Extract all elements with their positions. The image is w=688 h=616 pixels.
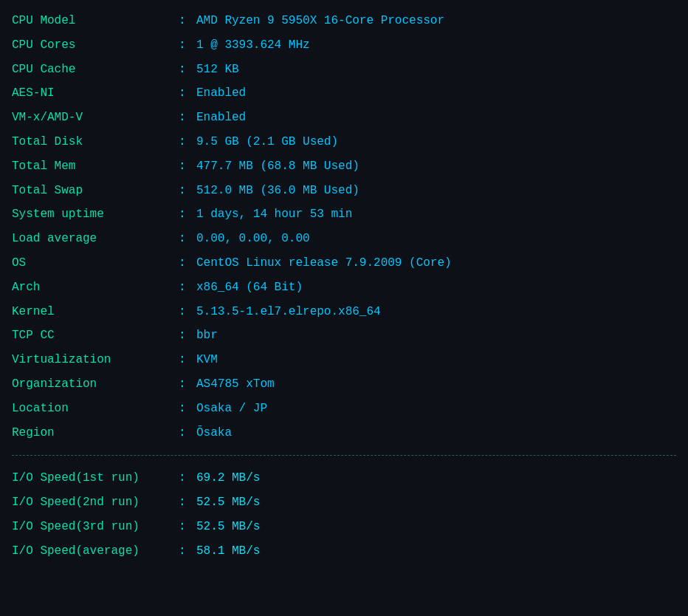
table-row: Total Disk:9.5 GB (2.1 GB Used) bbox=[12, 130, 676, 154]
row-label: AES-NI bbox=[12, 81, 174, 106]
row-value: 5.13.5-1.el7.elrepo.x86_64 bbox=[196, 300, 676, 324]
row-value: KVM bbox=[196, 348, 676, 372]
row-colon: : bbox=[174, 490, 196, 515]
row-colon: : bbox=[174, 81, 196, 106]
table-row: Location:Osaka / JP bbox=[12, 397, 676, 421]
table-row: I/O Speed(2nd run):52.5 MB/s bbox=[12, 490, 676, 515]
table-row: System uptime:1 days, 14 hour 53 min bbox=[12, 202, 676, 227]
row-label: I/O Speed(3rd run) bbox=[12, 515, 174, 539]
row-value: Osaka / JP bbox=[196, 397, 676, 421]
row-value: 69.2 MB/s bbox=[196, 466, 676, 490]
row-colon: : bbox=[174, 179, 196, 203]
table-row: Virtualization:KVM bbox=[12, 348, 676, 372]
row-colon: : bbox=[174, 9, 196, 33]
row-label: I/O Speed(2nd run) bbox=[12, 490, 174, 515]
row-label: VM-x/AMD-V bbox=[12, 106, 174, 130]
row-colon: : bbox=[174, 397, 196, 421]
row-value: 52.5 MB/s bbox=[196, 490, 676, 515]
row-colon: : bbox=[174, 466, 196, 490]
row-colon: : bbox=[174, 539, 196, 564]
table-row: Arch:x86_64 (64 Bit) bbox=[12, 276, 676, 300]
row-value: CentOS Linux release 7.9.2009 (Core) bbox=[196, 251, 676, 276]
row-label: I/O Speed(average) bbox=[12, 539, 174, 564]
row-colon: : bbox=[174, 515, 196, 539]
row-colon: : bbox=[174, 251, 196, 276]
row-colon: : bbox=[174, 227, 196, 251]
row-value: AMD Ryzen 9 5950X 16-Core Processor bbox=[196, 9, 676, 33]
row-colon: : bbox=[174, 372, 196, 397]
system-info-table: CPU Model:AMD Ryzen 9 5950X 16-Core Proc… bbox=[12, 9, 676, 445]
table-row: Kernel:5.13.5-1.el7.elrepo.x86_64 bbox=[12, 300, 676, 324]
row-colon: : bbox=[174, 276, 196, 300]
row-label: Kernel bbox=[12, 300, 174, 324]
row-label: Total Swap bbox=[12, 179, 174, 203]
row-value: 58.1 MB/s bbox=[196, 539, 676, 564]
row-label: Virtualization bbox=[12, 348, 174, 372]
table-row: AES-NI:Enabled bbox=[12, 81, 676, 106]
row-label: Region bbox=[12, 421, 174, 445]
row-colon: : bbox=[174, 154, 196, 179]
row-value: Enabled bbox=[196, 81, 676, 106]
row-label: Arch bbox=[12, 276, 174, 300]
row-label: I/O Speed(1st run) bbox=[12, 466, 174, 490]
table-row: I/O Speed(1st run):69.2 MB/s bbox=[12, 466, 676, 490]
row-colon: : bbox=[174, 421, 196, 445]
table-row: TCP CC:bbr bbox=[12, 324, 676, 348]
table-row: I/O Speed(3rd run):52.5 MB/s bbox=[12, 515, 676, 539]
row-colon: : bbox=[174, 58, 196, 82]
row-label: Organization bbox=[12, 372, 174, 397]
row-value: 477.7 MB (68.8 MB Used) bbox=[196, 154, 676, 179]
table-row: Organization:AS4785 xTom bbox=[12, 372, 676, 397]
row-label: Load average bbox=[12, 227, 174, 251]
table-row: CPU Model:AMD Ryzen 9 5950X 16-Core Proc… bbox=[12, 9, 676, 33]
row-value: 52.5 MB/s bbox=[196, 515, 676, 539]
row-label: CPU Cores bbox=[12, 33, 174, 58]
table-row: Region:Ōsaka bbox=[12, 421, 676, 445]
row-value: bbr bbox=[196, 324, 676, 348]
row-value: Ōsaka bbox=[196, 421, 676, 445]
row-value: Enabled bbox=[196, 106, 676, 130]
row-label: CPU Model bbox=[12, 9, 174, 33]
row-label: Total Disk bbox=[12, 130, 174, 154]
row-value: 1 days, 14 hour 53 min bbox=[196, 202, 676, 227]
table-row: CPU Cache:512 KB bbox=[12, 58, 676, 82]
row-label: Location bbox=[12, 397, 174, 421]
row-value: 512 KB bbox=[196, 58, 676, 82]
row-value: 0.00, 0.00, 0.00 bbox=[196, 227, 676, 251]
section-divider bbox=[12, 455, 676, 456]
table-row: Load average:0.00, 0.00, 0.00 bbox=[12, 227, 676, 251]
table-row: Total Swap:512.0 MB (36.0 MB Used) bbox=[12, 179, 676, 203]
row-colon: : bbox=[174, 202, 196, 227]
table-row: OS:CentOS Linux release 7.9.2009 (Core) bbox=[12, 251, 676, 276]
table-row: CPU Cores:1 @ 3393.624 MHz bbox=[12, 33, 676, 58]
row-value: AS4785 xTom bbox=[196, 372, 676, 397]
row-label: System uptime bbox=[12, 202, 174, 227]
row-value: 9.5 GB (2.1 GB Used) bbox=[196, 130, 676, 154]
table-row: I/O Speed(average):58.1 MB/s bbox=[12, 539, 676, 564]
row-value: x86_64 (64 Bit) bbox=[196, 276, 676, 300]
row-colon: : bbox=[174, 300, 196, 324]
row-colon: : bbox=[174, 348, 196, 372]
row-label: TCP CC bbox=[12, 324, 174, 348]
row-colon: : bbox=[174, 324, 196, 348]
row-value: 512.0 MB (36.0 MB Used) bbox=[196, 179, 676, 203]
main-container: CPU Model:AMD Ryzen 9 5950X 16-Core Proc… bbox=[12, 9, 676, 564]
row-value: 1 @ 3393.624 MHz bbox=[196, 33, 676, 58]
row-label: OS bbox=[12, 251, 174, 276]
io-speed-table: I/O Speed(1st run):69.2 MB/sI/O Speed(2n… bbox=[12, 466, 676, 563]
row-label: Total Mem bbox=[12, 154, 174, 179]
row-label: CPU Cache bbox=[12, 58, 174, 82]
table-row: VM-x/AMD-V:Enabled bbox=[12, 106, 676, 130]
row-colon: : bbox=[174, 106, 196, 130]
table-row: Total Mem:477.7 MB (68.8 MB Used) bbox=[12, 154, 676, 179]
row-colon: : bbox=[174, 130, 196, 154]
row-colon: : bbox=[174, 33, 196, 58]
